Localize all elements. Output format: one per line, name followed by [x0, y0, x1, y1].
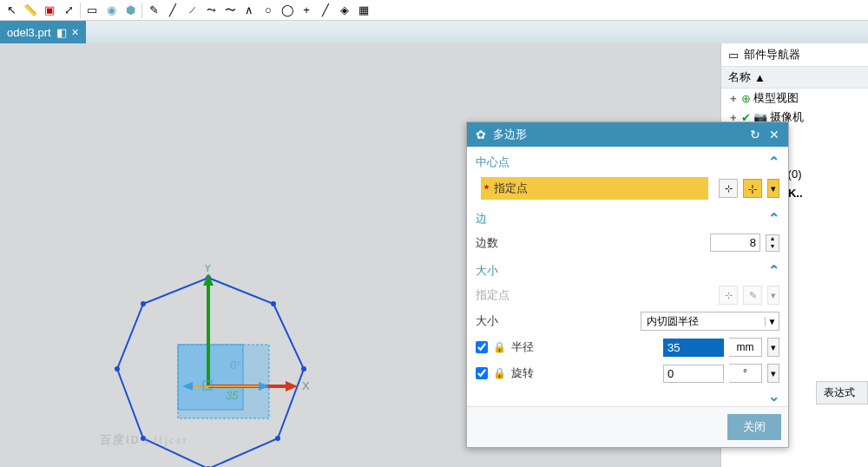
point-snap-button[interactable]: -¦-	[743, 179, 762, 198]
tab-label: odel3.prt	[7, 26, 51, 39]
dialog-title: 多边形	[493, 127, 527, 142]
point-menu-button[interactable]: ▾	[767, 179, 779, 198]
tree-item[interactable]: +⊕模型视图	[721, 89, 868, 108]
lock-icon: 🔒	[493, 341, 506, 353]
tool-rect-icon[interactable]: ▭	[84, 3, 100, 18]
tool-circle-icon[interactable]: ○	[260, 3, 276, 18]
tool-measure-icon[interactable]: 📏	[23, 3, 38, 18]
tool-angle-icon[interactable]: ∧	[241, 3, 257, 18]
edges-label: 边数	[476, 235, 705, 251]
svg-point-7	[115, 366, 120, 372]
tab-marker: ◧	[56, 26, 67, 39]
point-wand-button: ✎	[743, 286, 762, 305]
tool-line-icon[interactable]: ╱	[165, 3, 181, 18]
specify-point2-label: 指定点	[476, 287, 713, 303]
rotation-checkbox[interactable]	[476, 367, 488, 379]
radius-checkbox[interactable]	[476, 341, 488, 353]
rotation-menu-button[interactable]: ▾	[767, 364, 779, 383]
edges-spinner[interactable]: ▲▼	[766, 234, 779, 252]
tool-pointer-icon[interactable]: ↖	[3, 3, 19, 18]
settings-icon[interactable]: ✿	[474, 128, 488, 141]
document-tab[interactable]: odel3.prt ◧ ×	[0, 21, 86, 43]
svg-text:35: 35	[226, 389, 239, 402]
tool-sketch-icon[interactable]: ✎	[146, 3, 161, 18]
tool-cube-icon[interactable]: ⬢	[122, 3, 138, 18]
navigator-header[interactable]: 名称 ▲	[721, 67, 868, 89]
tool-edge-icon[interactable]: ╱	[318, 3, 333, 18]
rotation-unit: °	[729, 364, 762, 383]
tool-arc-icon[interactable]: ⟋	[184, 3, 200, 18]
tool-spline-icon[interactable]: ⤳	[203, 3, 219, 18]
watermark: 百度ID：ffjczr	[100, 422, 188, 450]
radius-unit: mm	[729, 338, 762, 357]
radius-menu-button[interactable]: ▾	[767, 338, 779, 357]
rotation-label: 旋转	[511, 365, 658, 381]
collapse-icon[interactable]: ⌃	[768, 154, 779, 170]
tool-grid-icon[interactable]: ▦	[356, 3, 372, 18]
svg-point-4	[275, 436, 280, 441]
section-center: 中心点	[476, 155, 510, 170]
expand-down-icon[interactable]: ⌄	[768, 388, 779, 405]
svg-text:X: X	[302, 379, 310, 392]
close-icon[interactable]: ✕	[767, 128, 781, 141]
collapse-icon[interactable]: ⌃	[768, 210, 779, 227]
point-menu-button: ▾	[767, 286, 779, 305]
required-icon: *	[484, 182, 489, 195]
close-button[interactable]: 关闭	[727, 414, 781, 440]
svg-text:0°: 0°	[230, 358, 240, 372]
specify-point-label: 指定点	[494, 181, 705, 196]
tool-cross-icon[interactable]: +	[299, 3, 314, 18]
tab-close-icon[interactable]: ×	[72, 26, 79, 38]
svg-point-8	[141, 301, 146, 306]
navigator-title-row: ▭ 部件导航器	[721, 43, 868, 67]
sort-icon[interactable]: ▲	[754, 71, 766, 84]
section-size: 大小	[476, 263, 498, 279]
tool-polygon-icon[interactable]: ◈	[337, 3, 352, 18]
tool-select-icon[interactable]: ▣	[42, 3, 57, 18]
svg-point-3	[301, 366, 306, 372]
svg-point-2	[271, 301, 276, 306]
reset-icon[interactable]: ↻	[748, 128, 762, 141]
document-tabs: odel3.prt ◧ ×	[0, 21, 868, 43]
radius-label: 半径	[511, 339, 658, 355]
section-edges: 边	[476, 211, 487, 227]
radius-input[interactable]	[663, 339, 724, 357]
window-icon: ▭	[728, 49, 739, 62]
size-label: 大小	[476, 313, 635, 329]
svg-text:Y: Y	[204, 265, 212, 274]
point-picker-button[interactable]: ⊹	[719, 179, 738, 198]
point-picker-button: ⊹	[719, 286, 738, 305]
collapse-icon[interactable]: ⌃	[768, 262, 779, 279]
rotation-input[interactable]	[663, 365, 724, 383]
lock-icon: 🔒	[493, 367, 506, 379]
size-method-combo[interactable]: 内切圆半径▼	[641, 312, 779, 331]
tool-move-icon[interactable]: ⤢	[61, 3, 76, 18]
dialog-titlebar[interactable]: ✿ 多边形 ↻ ✕	[467, 122, 788, 147]
tool-ellipse-icon[interactable]: ◯	[279, 3, 295, 18]
expression-tab[interactable]: 表达式	[816, 381, 868, 405]
edges-input[interactable]	[710, 234, 760, 252]
column-name: 名称	[728, 69, 751, 85]
tool-view-icon[interactable]: ◉	[103, 3, 119, 18]
polygon-dialog: ✿ 多边形 ↻ ✕ 中心点⌃ * 指定点 ⊹ -¦- ▾ 边⌃ 边数 ▲▼ 大小…	[466, 122, 789, 448]
tool-wave-icon[interactable]: 〜	[222, 3, 238, 18]
main-toolbar: ↖ 📏 ▣ ⤢ ▭ ◉ ⬢ ✎ ╱ ⟋ ⤳ 〜 ∧ ○ ◯ + ╱ ◈ ▦	[0, 0, 868, 21]
navigator-title: 部件导航器	[744, 47, 800, 62]
